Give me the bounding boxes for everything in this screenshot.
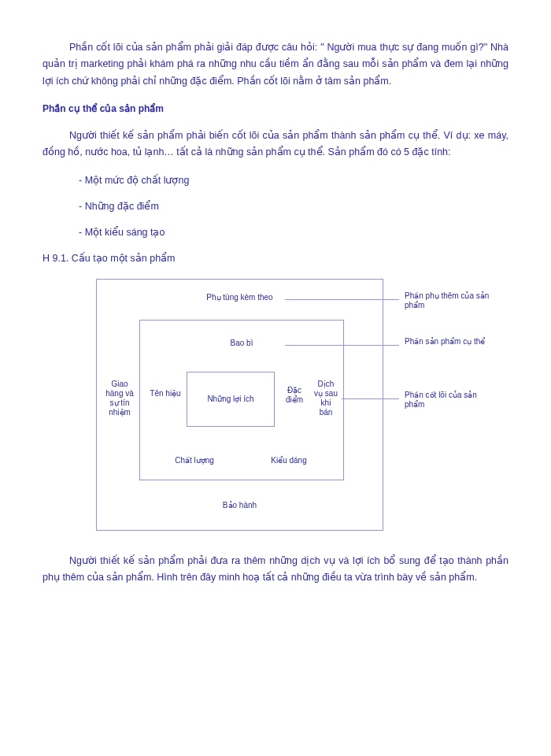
paragraph-core: Phần cốt lõi của sản phẩm phải giải đáp … [43, 39, 508, 90]
section-heading: Phần cụ thể của sản phẩm [43, 101, 508, 117]
middle-left-label: Tên hiệu [150, 389, 181, 398]
paragraph-concrete: Người thiết kế sản phẩm phải biến cốt lõ… [43, 128, 508, 161]
figure-caption: H 9.1. Cấu tạo một sản phẩm [43, 250, 508, 267]
legend-inner: Phần cốt lõi của sản phẩm [405, 391, 491, 410]
inner-center-label: Những lợi ích [187, 395, 275, 404]
middle-right-bottom-label: Dịch vụ sau khi bán [313, 380, 338, 417]
legend-outer: Phần phụ thêm của sản phẩm [405, 291, 491, 310]
bullet-3: - Một kiểu sáng tạo [43, 224, 508, 241]
connector-middle [285, 345, 399, 346]
bullet-2: - Những đặc điểm [43, 198, 508, 215]
middle-bottom-right-label: Kiểu dáng [253, 456, 324, 465]
outer-top-label: Phụ tùng kèm theo [96, 293, 383, 302]
outer-bottom-label: Bảo hành [96, 501, 383, 510]
middle-bottom-left-label: Chất lượng [159, 456, 230, 465]
bullet-1: - Một mức độ chất lượng [43, 172, 508, 189]
paragraph-summary: Người thiết kế sản phẩm phải đưa ra thêm… [43, 553, 508, 587]
outer-left-label: Giao hàng và sự tín nhiệm [102, 380, 137, 417]
product-diagram: Phụ tùng kèm theo Giao hàng và sự tín nh… [49, 279, 490, 539]
connector-outer [285, 299, 399, 300]
middle-right-top-label: Đặc điểm [280, 386, 309, 405]
legend-middle: Phần sản phẩm cụ thể [405, 337, 491, 346]
middle-top-label: Bao bì [139, 339, 344, 348]
connector-inner [342, 398, 399, 399]
